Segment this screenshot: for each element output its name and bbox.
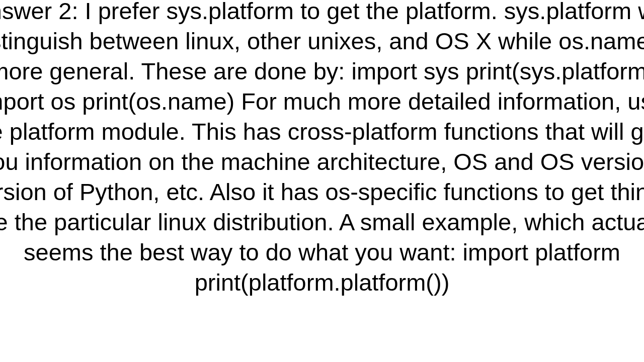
document-viewport: Answer 2: I prefer sys.platform to get t…	[0, 0, 644, 362]
answer-body-text: Answer 2: I prefer sys.platform to get t…	[0, 0, 644, 298]
